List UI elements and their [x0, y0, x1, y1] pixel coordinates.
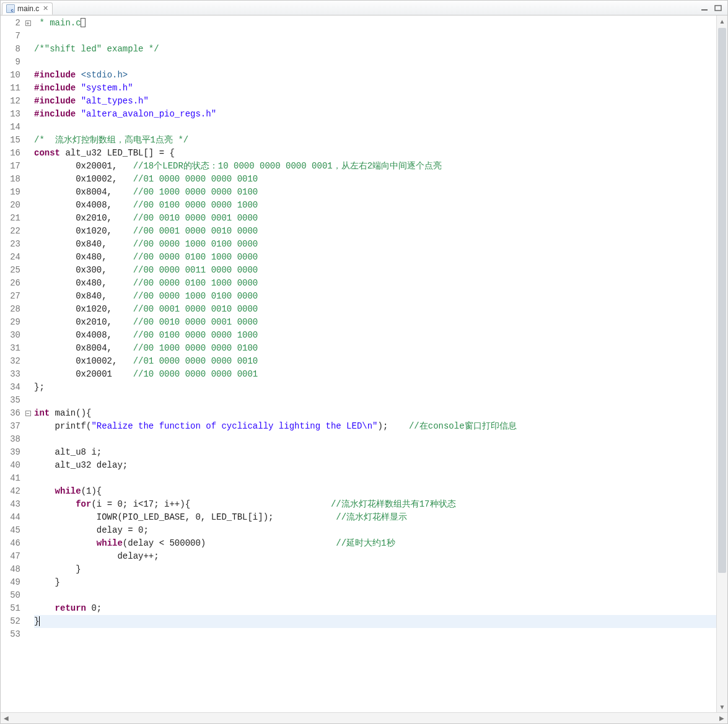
- code-token: //00 0100 0000 0000 1000: [133, 200, 258, 210]
- code-line[interactable]: 0x2010, //00 0010 0000 0001 0000: [34, 212, 716, 225]
- code-line[interactable]: 0x840, //00 0000 1000 0100 0000: [34, 290, 716, 303]
- code-token: alt_u32 delay;: [34, 460, 128, 470]
- minimize-icon[interactable]: [700, 4, 709, 12]
- code-line[interactable]: IOWR(PIO_LED_BASE, 0, LED_TBL[i]); //流水灯…: [34, 511, 716, 524]
- code-line[interactable]: 0x4008, //00 0100 0000 0000 1000: [34, 199, 716, 212]
- code-line[interactable]: for(i = 0; i<17; i++){ //流水灯花样数组共有17种状态: [34, 498, 716, 511]
- code-line[interactable]: };: [34, 381, 716, 394]
- horizontal-scrollbar[interactable]: ◀ ▶: [1, 712, 727, 723]
- code-line[interactable]: [34, 589, 716, 602]
- code-line[interactable]: * main.c: [34, 17, 716, 30]
- code-line[interactable]: /*"shift led" example */: [34, 43, 716, 56]
- code-token: //00 0000 0100 1000 0000: [133, 252, 258, 262]
- code-line[interactable]: #include "system.h": [34, 82, 716, 95]
- code-line[interactable]: 0x300, //00 0000 0011 0000 0000: [34, 264, 716, 277]
- code-token: /* 流水灯控制数组，高电平1点亮 */: [34, 135, 188, 145]
- line-number: 21: [1, 212, 20, 225]
- code-line[interactable]: [34, 56, 716, 69]
- fold-cell: [24, 563, 32, 576]
- code-line[interactable]: delay = 0;: [34, 524, 716, 537]
- editor-tab[interactable]: main.c ✕: [2, 2, 53, 15]
- code-line[interactable]: 0x8004, //00 1000 0000 0000 0100: [34, 342, 716, 355]
- code-line[interactable]: 0x8004, //00 1000 0000 0000 0100: [34, 186, 716, 199]
- maximize-icon[interactable]: [714, 4, 722, 12]
- fold-cell[interactable]: −: [24, 407, 32, 420]
- code-line[interactable]: 0x10002, //01 0000 0000 0000 0010: [34, 173, 716, 186]
- code-line[interactable]: 0x480, //00 0000 0100 1000 0000: [34, 277, 716, 290]
- scroll-up-icon[interactable]: ▲: [717, 15, 727, 27]
- line-number: 13: [1, 108, 20, 121]
- code-line[interactable]: #include "altera_avalon_pio_regs.h": [34, 108, 716, 121]
- fold-cell: [24, 485, 32, 498]
- code-line[interactable]: 0x2010, //00 0010 0000 0001 0000: [34, 316, 716, 329]
- code-token: return: [55, 603, 86, 613]
- code-line[interactable]: delay++;: [34, 550, 716, 563]
- line-number: 43: [1, 498, 20, 511]
- code-line[interactable]: [34, 30, 716, 43]
- scroll-down-icon[interactable]: ▼: [717, 701, 727, 712]
- vertical-scrollbar[interactable]: ▲ ▼: [716, 15, 727, 712]
- code-line[interactable]: }: [34, 615, 716, 628]
- scroll-thumb[interactable]: [718, 28, 726, 573]
- line-number: 15: [1, 134, 20, 147]
- code-line[interactable]: alt_u8 i;: [34, 446, 716, 459]
- fold-cell: [24, 186, 32, 199]
- code-token: //00 0010 0000 0001 0000: [133, 213, 258, 223]
- code-line[interactable]: [34, 433, 716, 446]
- code-line[interactable]: 0x4008, //00 0100 0000 0000 1000: [34, 329, 716, 342]
- svg-rect-1: [715, 6, 721, 11]
- fold-cell: [24, 43, 32, 56]
- line-number: 27: [1, 290, 20, 303]
- code-line[interactable]: 0x10002, //01 0000 0000 0000 0010: [34, 355, 716, 368]
- line-number: 48: [1, 563, 20, 576]
- scroll-right-icon[interactable]: ▶: [716, 715, 727, 722]
- line-number: 23: [1, 238, 20, 251]
- code-line[interactable]: }: [34, 563, 716, 576]
- code-line[interactable]: while(1){: [34, 485, 716, 498]
- fold-expand-icon[interactable]: +: [25, 20, 31, 26]
- code-line[interactable]: 0x840, //00 0000 1000 0100 0000: [34, 238, 716, 251]
- code-token: [34, 538, 97, 548]
- code-token: delay = 0;: [34, 525, 149, 535]
- scroll-left-icon[interactable]: ◀: [1, 715, 12, 722]
- code-line[interactable]: #include <stdio.h>: [34, 69, 716, 82]
- code-token: #include: [34, 70, 81, 80]
- code-token: //流水灯花样数组共有17种状态: [331, 499, 456, 509]
- fold-cell: [24, 82, 32, 95]
- code-line[interactable]: #include "alt_types.h": [34, 95, 716, 108]
- fold-cell: [24, 30, 32, 43]
- code-line[interactable]: }: [34, 576, 716, 589]
- code-token: (1){: [81, 486, 102, 496]
- code-line[interactable]: [34, 394, 716, 407]
- fold-cell: [24, 56, 32, 69]
- code-line[interactable]: 0x20001, //18个LEDR的状态：10 0000 0000 0000 …: [34, 160, 716, 173]
- code-line[interactable]: return 0;: [34, 602, 716, 615]
- code-line[interactable]: [34, 628, 716, 641]
- code-line[interactable]: printf("Realize the function of cyclical…: [34, 420, 716, 433]
- code-token: 0x8004,: [34, 187, 133, 197]
- fold-cell: [24, 433, 32, 446]
- code-line[interactable]: 0x20001 //10 0000 0000 0000 0001: [34, 368, 716, 381]
- code-line[interactable]: 0x1020, //00 0001 0000 0010 0000: [34, 225, 716, 238]
- code-line[interactable]: 0x1020, //00 0001 0000 0010 0000: [34, 303, 716, 316]
- fold-collapse-icon[interactable]: −: [25, 411, 31, 416]
- line-number: 47: [1, 550, 20, 563]
- fold-cell: [24, 394, 32, 407]
- fold-cell[interactable]: +: [24, 17, 32, 30]
- code-token: 0x20001: [34, 369, 133, 379]
- code-area[interactable]: * main.c/*"shift led" example */#include…: [32, 15, 716, 712]
- folded-region-marker[interactable]: [81, 18, 86, 27]
- code-line[interactable]: int main(){: [34, 407, 716, 420]
- code-line[interactable]: [34, 121, 716, 134]
- code-line[interactable]: 0x480, //00 0000 0100 1000 0000: [34, 251, 716, 264]
- line-number: 35: [1, 394, 20, 407]
- close-icon[interactable]: ✕: [43, 4, 48, 12]
- code-line[interactable]: [34, 472, 716, 485]
- code-line[interactable]: alt_u32 delay;: [34, 459, 716, 472]
- code-token: //00 0100 0000 0000 1000: [133, 330, 258, 340]
- code-line[interactable]: while(delay < 500000) //延时大约1秒: [34, 537, 716, 550]
- code-token: 0x1020,: [34, 226, 133, 236]
- fold-cell: [24, 290, 32, 303]
- code-line[interactable]: const alt_u32 LED_TBL[] = {: [34, 147, 716, 160]
- code-line[interactable]: /* 流水灯控制数组，高电平1点亮 */: [34, 134, 716, 147]
